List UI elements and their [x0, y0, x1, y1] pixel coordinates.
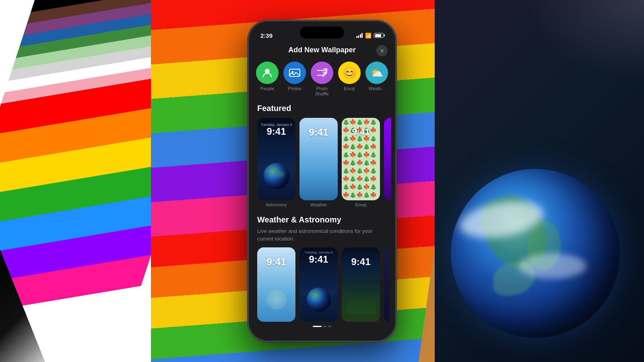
photos-icon-bg — [283, 62, 306, 84]
weather-thumb-space[interactable]: Tuesday, January 9 9:41 — [299, 247, 338, 322]
featured-thumbnails-row: Tuesday, January 9 9:41 Astronomy — [249, 118, 395, 210]
status-icons: 📶 — [356, 33, 384, 39]
people-label: People — [260, 86, 274, 91]
sheet-title: Add New Wallpaper — [288, 46, 355, 54]
emoji-label-thumb: Emoji — [342, 200, 380, 207]
weather-partial-thumb[interactable] — [384, 247, 390, 322]
phone-frame: 2:39 📶 — [248, 20, 396, 342]
emoji-label: Emoji — [344, 86, 355, 91]
sheet-content: Add New Wallpaper ✕ — [249, 22, 395, 340]
weather-thumbnails-row: 9:41 Tuesday, January 9 9:41 — [249, 247, 395, 322]
wallpaper-types-row: People Photos — [249, 60, 395, 102]
type-weather[interactable]: ⛅ Weath... — [363, 62, 390, 97]
weather-icon-bg: ⛅ — [365, 62, 388, 84]
featured-section-title: Featured — [249, 102, 395, 118]
emoji-icon-bg: 😊 — [338, 62, 361, 84]
weather-astronomy-section-title: Weather & Astronomy — [249, 210, 395, 226]
weather-label: Weath... — [369, 86, 385, 91]
weather-thumb-terrain[interactable]: 9:41 — [342, 247, 380, 322]
terrain-thumb-time: 9:41 — [342, 256, 380, 267]
astronomy-thumb-time: 9:41 — [257, 126, 295, 137]
featured-astronomy-thumb[interactable]: Tuesday, January 9 9:41 Astronomy — [257, 118, 295, 207]
sky-thumb-time: 9:41 — [257, 256, 295, 267]
bg-right-panel — [435, 0, 644, 362]
shuffle-icon-bg — [311, 62, 333, 84]
signal-icon — [356, 33, 363, 38]
dynamic-island — [300, 27, 344, 39]
weather-thumb-time: 9:41 — [299, 127, 338, 138]
astronomy-label: Astronomy — [257, 200, 295, 207]
featured-weather-thumb[interactable]: 9:41 Weather — [299, 118, 338, 207]
space-thumb-time: 9:41 — [299, 254, 338, 265]
photos-label: Photos — [288, 86, 301, 91]
people-icon-bg — [256, 62, 279, 84]
featured-partial-thumb[interactable] — [384, 118, 391, 207]
status-time: 2:39 — [260, 32, 272, 39]
type-people[interactable]: People — [254, 62, 281, 97]
bg-left-panel — [0, 0, 151, 362]
weather-thumb-sky[interactable]: 9:41 — [257, 247, 295, 322]
battery-icon — [374, 33, 384, 38]
earth-decoration — [451, 169, 620, 338]
wifi-icon: 📶 — [365, 33, 372, 39]
emoji-thumb-time: 9:41 — [342, 127, 380, 137]
featured-emoji-thumb[interactable]: 🎄🍁🎄🍁🎄 🍁🎄🍁🎄🍁 🎄🍁🎄🍁🎄 🍁🎄🍁🎄🍁 🎄🍁🎄🍁🎄 🍁🎄🍁🎄🍁 🎄🍁🎄🍁… — [342, 118, 380, 207]
scroll-indicator — [249, 322, 395, 329]
close-button[interactable]: ✕ — [376, 45, 388, 56]
phone-wrapper: 2:39 📶 — [248, 20, 396, 342]
weather-label-thumb: Weather — [299, 200, 338, 207]
type-emoji[interactable]: 😊 Emoji — [336, 62, 363, 97]
weather-astronomy-description: Live weather and astronomical conditions… — [249, 226, 395, 247]
shuffle-label: PhotoShuffle — [315, 86, 329, 97]
svg-rect-1 — [289, 69, 300, 76]
phone-screen: 2:39 📶 — [249, 22, 395, 340]
type-photos[interactable]: Photos — [281, 62, 308, 97]
type-photo-shuffle[interactable]: PhotoShuffle — [309, 62, 335, 97]
